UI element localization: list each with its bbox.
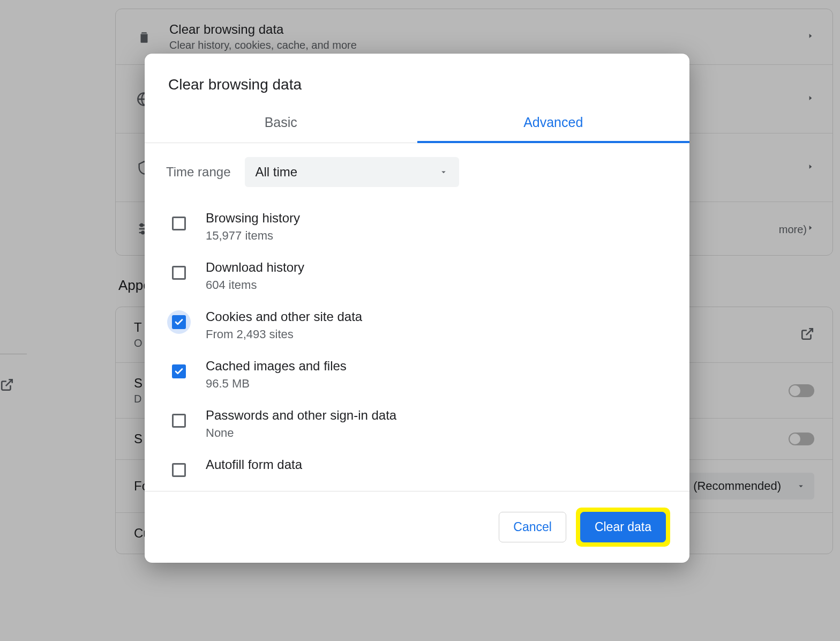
- option-title: Passwords and other sign-in data: [206, 408, 396, 423]
- time-range-select[interactable]: All time: [245, 157, 459, 187]
- option-list: Browsing history15,977 itemsDownload his…: [166, 202, 668, 490]
- checkbox[interactable]: [172, 414, 186, 428]
- time-range-value: All time: [256, 165, 298, 180]
- dialog-title: Clear browsing data: [145, 54, 689, 105]
- checkbox-wrap[interactable]: [167, 360, 191, 383]
- option-detail: None: [206, 426, 396, 440]
- dialog-tabs: Basic Advanced: [145, 105, 689, 143]
- cancel-button[interactable]: Cancel: [499, 512, 566, 542]
- checkbox[interactable]: [172, 315, 186, 329]
- option-detail: 604 items: [206, 278, 304, 292]
- checkbox-wrap[interactable]: [167, 212, 191, 235]
- clear-data-button[interactable]: Clear data: [580, 512, 666, 542]
- option-row[interactable]: Cached images and files96.5 MB: [166, 350, 668, 399]
- option-title: Browsing history: [206, 211, 300, 226]
- option-row[interactable]: Browsing history15,977 items: [166, 202, 668, 251]
- tab-basic[interactable]: Basic: [145, 105, 417, 143]
- checkbox[interactable]: [172, 463, 186, 477]
- checkbox[interactable]: [172, 217, 186, 230]
- tab-advanced[interactable]: Advanced: [417, 105, 690, 143]
- option-row[interactable]: Passwords and other sign-in dataNone: [166, 399, 668, 449]
- checkbox-wrap[interactable]: [167, 409, 191, 433]
- checkbox[interactable]: [172, 266, 186, 280]
- checkbox-wrap[interactable]: [167, 458, 191, 482]
- option-detail: From 2,493 sites: [206, 327, 362, 341]
- checkbox-wrap[interactable]: [167, 310, 191, 334]
- chevron-down-icon: [439, 167, 448, 177]
- option-title: Autofill form data: [206, 457, 302, 472]
- checkbox[interactable]: [172, 364, 186, 378]
- time-range-label: Time range: [166, 165, 231, 180]
- option-title: Download history: [206, 260, 304, 275]
- option-title: Cached images and files: [206, 359, 347, 374]
- option-row[interactable]: Autofill form data: [166, 449, 668, 490]
- option-title: Cookies and other site data: [206, 309, 362, 324]
- option-detail: 15,977 items: [206, 229, 300, 243]
- option-detail: 96.5 MB: [206, 377, 347, 391]
- clear-browsing-data-dialog: Clear browsing data Basic Advanced Time …: [145, 54, 689, 563]
- checkbox-wrap[interactable]: [167, 261, 191, 285]
- highlight-ring: Clear data: [576, 508, 670, 547]
- option-row[interactable]: Cookies and other site dataFrom 2,493 si…: [166, 301, 668, 350]
- option-row[interactable]: Download history604 items: [166, 251, 668, 301]
